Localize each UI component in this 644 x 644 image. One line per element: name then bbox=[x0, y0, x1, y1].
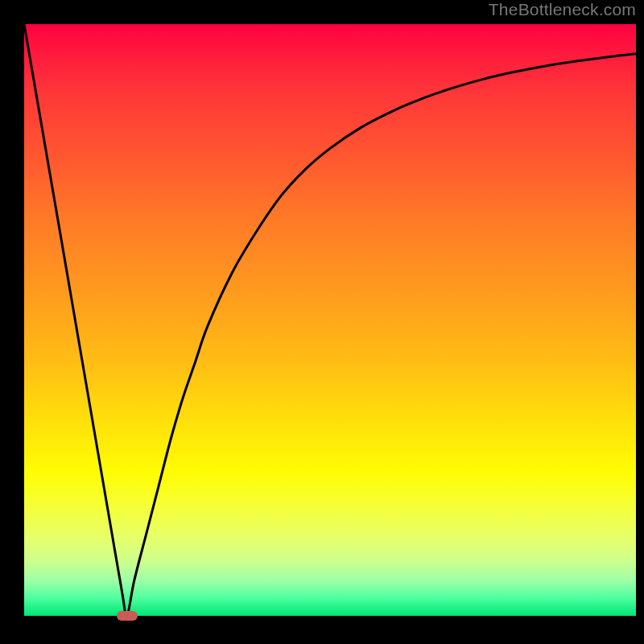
watermark-text: TheBottleneck.com bbox=[489, 0, 636, 19]
minimum-marker bbox=[117, 611, 138, 621]
bottleneck-curve bbox=[24, 24, 636, 616]
chart-frame: TheBottleneck.com bbox=[0, 0, 644, 644]
plot-area bbox=[24, 24, 636, 616]
curve-svg bbox=[24, 24, 636, 616]
